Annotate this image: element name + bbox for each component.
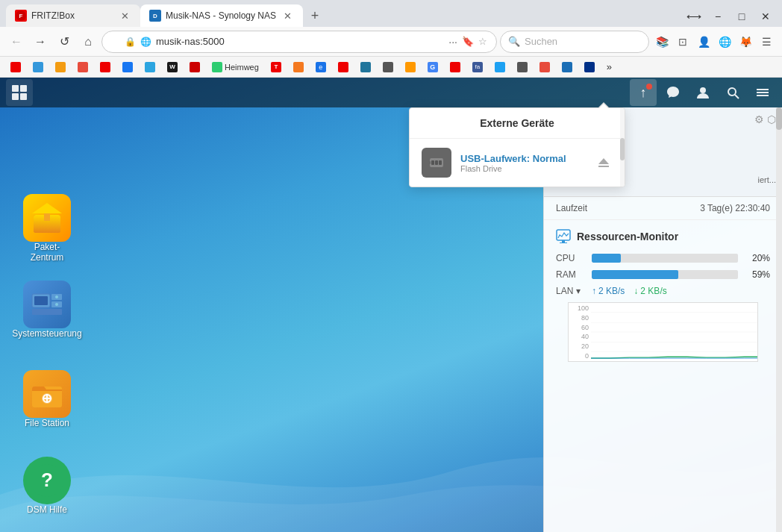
bookmark-more[interactable] [513,60,532,74]
window-close-button[interactable]: ✕ [755,9,776,24]
paket-icon[interactable]: Paket-Zentrum [13,188,81,269]
speed-up: ↑ 2 KB/s [592,286,625,296]
pocket-icon[interactable]: ⊡ [673,32,692,51]
bookmark-alert[interactable] [6,60,25,74]
dsm-logo[interactable] [6,79,33,106]
system-icon-img [23,281,71,328]
addon-icon[interactable]: 🦊 [736,32,755,51]
svg-rect-13 [757,95,769,96]
bookmark-tg[interactable] [140,60,160,74]
eject-button[interactable] [595,154,613,172]
dsm-search-button[interactable] [719,79,746,106]
tab-fritz[interactable]: F FRITZ!Box ✕ [6,4,140,27]
svg-rect-47 [598,166,609,167]
star-icon[interactable]: ☆ [478,36,487,47]
dsm-chat-button[interactable] [660,79,686,106]
ram-pct: 59% [744,269,770,280]
hilfe-label: DSM Hilfe [27,504,67,515]
dsm-scrollbar[interactable] [776,107,782,532]
bookmark-blue[interactable] [28,60,48,74]
home-button[interactable]: ⌂ [78,31,98,52]
filestation-icon[interactable]: File Station [13,364,81,434]
external-devices-popup: Externe Geräte USB-Laufwerk: Normal [409,107,625,187]
hilfe-icon[interactable]: ? DSM Hilfe [13,451,81,521]
svg-rect-6 [12,93,19,100]
window-minimize-button[interactable]: − [707,9,728,24]
bookmark-edge[interactable]: e [311,60,331,74]
bookmark-amzn[interactable] [401,60,420,74]
browser-window: F FRITZ!Box ✕ D Musik-NAS - Synology NAS… [0,0,782,532]
paket-label: Paket-Zentrum [31,242,64,263]
bookmark-yt[interactable] [96,60,115,74]
popup-scrollbar [620,108,625,187]
bookmark-adobe[interactable] [334,60,353,74]
tab-bar: F FRITZ!Box ✕ D Musik-NAS - Synology NAS… [0,0,782,27]
speed-down: ↓ 2 KB/s [634,286,666,296]
search-box[interactable]: 🔍 Suchen [500,31,649,53]
forward-button[interactable]: → [30,31,51,52]
bookmark-g2[interactable]: G [423,60,442,74]
bookmark-fb[interactable] [118,60,137,74]
tab-synology[interactable]: D Musik-NAS - Synology NAS ✕ [140,4,303,27]
chart-area: 100 80 60 40 20 0 [568,302,758,362]
dsm-taskbar: ↑ [0,78,782,107]
bookmark-icon[interactable]: 🔖 [462,36,474,47]
bookmark-r[interactable] [445,60,465,74]
svg-text:F: F [19,13,23,19]
bookmark-heimweg[interactable]: Heimweg [207,60,263,74]
system-icon[interactable]: Systemsteuerung [13,275,81,345]
menu-icon[interactable]: ☰ [757,32,776,51]
window-maximize-button[interactable]: □ [731,9,752,24]
svg-point-25 [55,303,58,306]
bookmark-wp[interactable] [356,60,375,74]
bookmark-red2[interactable] [73,60,93,74]
bookmark-extra[interactable]: » [602,60,616,74]
bookmark-orange[interactable] [51,60,70,74]
bookmark-w[interactable]: W [163,60,182,74]
window-resize-icon: ⟷ [684,9,704,24]
cpu-bar [592,254,621,263]
tab-synology-label: Musik-NAS - Synology NAS [166,10,276,21]
bookmark-syn[interactable] [557,60,577,74]
svg-rect-33 [557,230,570,240]
bookmark-pin[interactable] [535,60,554,74]
window-controls: ⟷ − □ ✕ [684,9,776,27]
bookmark-g[interactable] [378,60,398,74]
filestation-label: File Station [25,418,69,428]
bookmark-fa[interactable]: fa [468,60,487,74]
laufzeit-label: Laufzeit [556,203,587,213]
address-input[interactable]: 🔒 🌐 musik-nas:5000 ··· 🔖 ☆ [101,31,497,53]
tab-synology-close[interactable]: ✕ [281,9,294,22]
svg-text:?: ? [41,469,53,491]
bookmark-pp[interactable] [580,60,599,74]
svg-rect-17 [44,213,50,221]
dsm-user-button[interactable] [689,79,716,106]
ram-label: RAM [556,269,586,280]
bookmark-f2[interactable] [289,60,308,74]
dsm-info-button[interactable] [749,79,776,106]
account-icon[interactable]: 👤 [694,32,713,51]
synology-favicon: D [149,10,161,22]
dsm-upload-button[interactable]: ↑ [630,79,657,106]
panel-settings-icon[interactable]: ⚙ [754,113,764,125]
tab-fritz-close[interactable]: ✕ [118,9,131,22]
bookmark-t[interactable]: T [266,60,286,74]
svg-marker-46 [598,158,609,164]
reload-button[interactable]: ↺ [54,31,75,52]
firefox-icon[interactable]: 🌐 [715,32,734,51]
bookmarks-bar: W Heimweg T e G [0,57,782,78]
library-icon[interactable]: 📚 [652,32,672,51]
popup-header: Externe Geräte [410,108,625,139]
svg-rect-45 [428,161,431,164]
dsm-scrollbar-thumb [776,107,782,130]
lan-dropdown-icon[interactable]: ▾ [576,286,581,296]
bookmark-c[interactable] [185,60,204,74]
paket-icon-img [23,194,71,242]
back-button[interactable]: ← [6,31,27,52]
panel-expand-icon[interactable]: ⬡ [767,113,776,125]
new-tab-button[interactable]: + [303,4,327,27]
address-ellipsis[interactable]: ··· [448,36,457,48]
site-icon: 🌐 [140,37,151,47]
bookmark-star[interactable] [490,60,510,74]
lan-row: LAN ▾ ↑ 2 KB/s ↓ 2 KB/s [556,286,770,296]
